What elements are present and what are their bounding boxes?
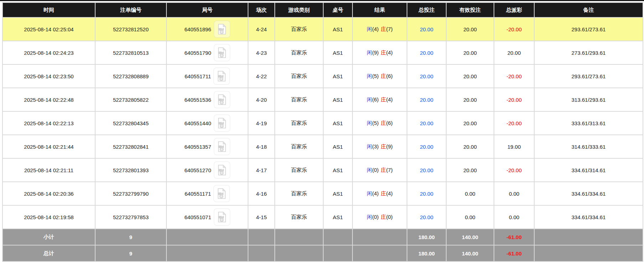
cell-total-bet: 20.00 bbox=[407, 135, 446, 158]
cell-session: 4-20 bbox=[248, 88, 274, 111]
col-header-valid-bet: 有效投注 bbox=[447, 3, 494, 17]
video-replay-button[interactable] bbox=[213, 185, 230, 202]
video-replay-button[interactable] bbox=[213, 68, 230, 85]
cell-bet-id: 522732808889 bbox=[96, 65, 166, 88]
summary-valid-bet: 140.00 bbox=[447, 229, 494, 245]
cell-table-no: AS1 bbox=[324, 41, 352, 64]
result-banker-score: (6) bbox=[386, 120, 393, 126]
cell-time: 2025-08-14 02:23:50 bbox=[3, 65, 95, 88]
cell-total-bet: 20.00 bbox=[407, 159, 446, 181]
cell-total-bet: 20.00 bbox=[407, 112, 446, 134]
summary-row: 总计 9 180.00 140.00 -61.00 bbox=[3, 245, 643, 261]
table-container: 时间 注单编号 局号 场次 游戏类别 桌号 结果 总投注 有效投注 总派彩 备注… bbox=[0, 1, 644, 262]
summary-empty-round bbox=[167, 229, 248, 245]
video-file-icon bbox=[217, 165, 227, 175]
result-player-label: 闲 bbox=[367, 143, 372, 149]
summary-label: 总计 bbox=[3, 245, 95, 261]
cell-remark: 313.61/293.61 bbox=[535, 88, 643, 111]
cell-game-type: 百家乐 bbox=[275, 182, 323, 205]
result-banker-score: (4) bbox=[386, 190, 393, 196]
col-header-total-bet: 总投注 bbox=[407, 3, 446, 17]
bet-history-page: 时间 注单编号 局号 场次 游戏类别 桌号 结果 总投注 有效投注 总派彩 备注… bbox=[0, 0, 644, 264]
col-header-table-no: 桌号 bbox=[324, 3, 352, 17]
bet-records-table: 时间 注单编号 局号 场次 游戏类别 桌号 结果 总投注 有效投注 总派彩 备注… bbox=[2, 2, 643, 262]
cell-game-type: 百家乐 bbox=[275, 18, 323, 41]
summary-empty-game bbox=[275, 229, 323, 245]
cell-game-type: 百家乐 bbox=[275, 159, 323, 181]
result-player-score: (5) bbox=[372, 73, 378, 79]
result-banker-label: 庄 bbox=[381, 143, 386, 149]
cell-time: 2025-08-14 02:21:44 bbox=[3, 135, 95, 158]
cell-remark: 314.61/333.61 bbox=[535, 135, 643, 158]
video-replay-button[interactable] bbox=[214, 162, 230, 179]
video-replay-button[interactable] bbox=[214, 21, 230, 38]
result-player-score: (0) bbox=[372, 167, 378, 173]
summary-payout: -61.00 bbox=[494, 245, 534, 261]
col-header-result: 结果 bbox=[353, 3, 407, 17]
cell-result: 闲(3)庄(9) bbox=[353, 135, 407, 158]
cell-session: 4-15 bbox=[248, 206, 274, 228]
cell-game-type: 百家乐 bbox=[275, 135, 323, 158]
cell-bet-id: 522732805822 bbox=[96, 88, 166, 111]
result-banker-label: 庄 bbox=[381, 96, 386, 102]
result-banker-score: (4) bbox=[386, 49, 393, 56]
cell-time: 2025-08-14 02:21:11 bbox=[3, 159, 95, 181]
result-player-score: (9) bbox=[372, 49, 378, 56]
cell-bet-id: 522732812520 bbox=[96, 18, 166, 41]
cell-total-bet: 20.00 bbox=[407, 65, 446, 88]
summary-empty-remark bbox=[535, 245, 643, 261]
video-replay-button[interactable] bbox=[214, 115, 230, 132]
col-header-time: 时间 bbox=[3, 3, 95, 17]
video-replay-button[interactable] bbox=[214, 208, 230, 226]
video-replay-button[interactable] bbox=[214, 138, 230, 155]
table-header: 时间 注单编号 局号 场次 游戏类别 桌号 结果 总投注 有效投注 总派彩 备注 bbox=[3, 3, 643, 17]
cell-valid-bet: 0.00 bbox=[447, 206, 494, 228]
cell-round-id: 640551790 bbox=[167, 41, 248, 64]
cell-payout: -20.00 bbox=[494, 112, 534, 134]
cell-valid-bet: 20.00 bbox=[447, 112, 494, 134]
result-player-score: (4) bbox=[372, 190, 378, 196]
round-number: 640551071 bbox=[184, 214, 211, 220]
summary-empty-remark bbox=[535, 229, 643, 245]
cell-bet-id: 522732799790 bbox=[96, 182, 166, 205]
cell-result: 闲(5)庄(6) bbox=[353, 65, 407, 88]
result-banker-score: (0) bbox=[386, 214, 393, 220]
cell-payout: 19.00 bbox=[494, 135, 534, 158]
cell-payout: 0.00 bbox=[494, 182, 534, 205]
cell-table-no: AS1 bbox=[324, 135, 352, 158]
result-player-label: 闲 bbox=[367, 214, 372, 220]
cell-result: 闲(9)庄(4) bbox=[353, 41, 407, 64]
round-number: 640551790 bbox=[184, 50, 211, 56]
cell-total-bet: 20.00 bbox=[407, 18, 446, 41]
cell-session: 4-19 bbox=[248, 112, 274, 134]
cell-result: 闲(0)庄(7) bbox=[353, 159, 407, 181]
cell-bet-id: 522732804345 bbox=[96, 112, 166, 134]
result-banker-label: 庄 bbox=[381, 214, 386, 220]
cell-valid-bet: 20.00 bbox=[447, 41, 494, 64]
video-replay-button[interactable] bbox=[214, 44, 230, 61]
video-replay-button[interactable] bbox=[214, 91, 230, 108]
cell-round-id: 640551440 bbox=[167, 112, 248, 134]
cell-table-no: AS1 bbox=[324, 88, 352, 111]
result-player-score: (3) bbox=[372, 143, 378, 149]
cell-total-bet: 20.00 bbox=[407, 206, 446, 228]
summary-valid-bet: 140.00 bbox=[447, 245, 494, 261]
cell-round-id: 640551711 bbox=[167, 65, 248, 88]
result-banker-score: (7) bbox=[386, 167, 393, 173]
table-row: 2025-08-14 02:22:13 522732804345 6405514… bbox=[3, 112, 643, 134]
cell-round-id: 640551896 bbox=[167, 18, 248, 41]
cell-table-no: AS1 bbox=[324, 18, 352, 41]
video-file-icon bbox=[217, 141, 227, 152]
result-player-score: (6) bbox=[372, 96, 378, 102]
cell-round-id: 640551357 bbox=[167, 135, 248, 158]
cell-game-type: 百家乐 bbox=[275, 206, 323, 228]
video-file-icon bbox=[217, 71, 226, 81]
summary-empty-round bbox=[167, 245, 248, 261]
cell-total-bet: 20.00 bbox=[407, 41, 446, 64]
summary-payout: -61.00 bbox=[494, 229, 534, 245]
summary-empty-table bbox=[324, 245, 352, 261]
cell-valid-bet: 20.00 bbox=[447, 88, 494, 111]
cell-remark: 334.61/334.61 bbox=[535, 182, 643, 205]
result-banker-label: 庄 bbox=[381, 120, 386, 126]
col-header-bet-id: 注单编号 bbox=[96, 3, 166, 17]
